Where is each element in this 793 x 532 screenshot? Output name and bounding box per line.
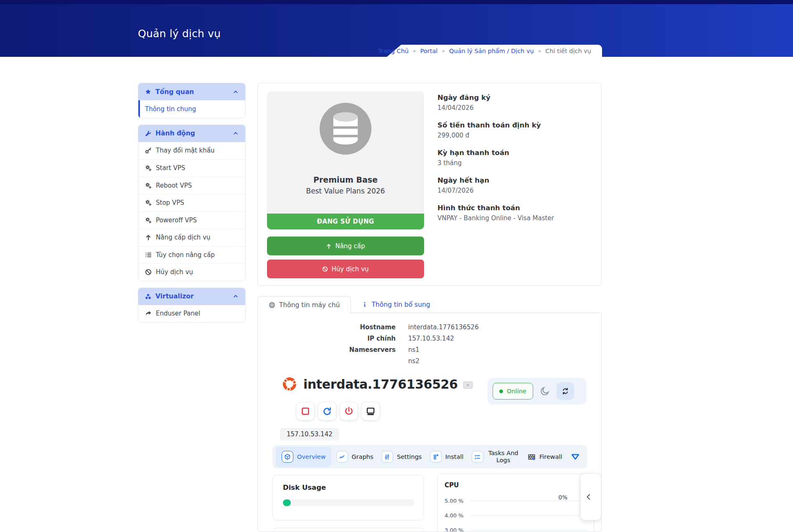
- sidebar-item-label: Enduser Panel: [156, 310, 200, 317]
- sidebar-item-upgrade-service[interactable]: Nâng cấp dịch vụ: [138, 229, 245, 246]
- sidebar: Tổng quan Thông tin chung Hành động Thay…: [138, 83, 246, 329]
- nameserver-2: ns2: [408, 357, 601, 366]
- console-button[interactable]: [362, 402, 379, 420]
- moon-icon[interactable]: [540, 386, 550, 396]
- chevron-down-icon: [570, 452, 580, 462]
- sidebar-item-label: Poweroff VPS: [156, 216, 197, 224]
- cancel-service-button[interactable]: Hủy dịch vụ: [267, 260, 424, 278]
- vm-header: interdata.1776136526 ✕: [281, 376, 473, 392]
- breadcrumb-home-link[interactable]: Trang Chủ: [378, 48, 409, 54]
- table-row-nameservers: Nameservers ns1: [258, 346, 601, 354]
- sidebar-item-general-info[interactable]: Thông tin chung: [138, 100, 245, 118]
- refresh-button[interactable]: [557, 382, 574, 400]
- sidebar-item-reboot-vps[interactable]: Reboot VPS: [138, 177, 245, 194]
- service-management-page: Quản lý dịch vụ Trang Chủ » Portal » Quả…: [0, 0, 793, 532]
- collapse-panel-toggle[interactable]: [580, 473, 601, 520]
- vm-tab-label: Graphs: [352, 453, 374, 460]
- arrow-up-icon: [145, 234, 152, 241]
- sidebar-item-cancel-service[interactable]: Hủy dịch vụ: [138, 263, 245, 281]
- service-name: Premium Base: [267, 175, 424, 184]
- sidebar-item-label: Nâng cấp dịch vụ: [156, 234, 211, 241]
- vm-tab-overview[interactable]: Overview: [276, 447, 331, 467]
- sidebar-item-stop-vps[interactable]: Stop VPS: [138, 194, 245, 211]
- stop-vm-button[interactable]: [297, 402, 314, 420]
- chevron-up-icon: [233, 293, 239, 299]
- detail-value: VNPAY - Banking Online - Visa Master: [437, 214, 596, 223]
- sidebar-group-virtualizor: Virtualizor Enduser Panel: [138, 288, 246, 323]
- upgrade-button[interactable]: Nâng cấp: [267, 237, 424, 255]
- vm-hostname: interdata.1776136526: [303, 377, 458, 392]
- row-label: Nameservers: [258, 346, 396, 354]
- arrow-up-icon: [326, 243, 332, 249]
- server-info-panel: Hostname interdata.1776136526 IP chính 1…: [257, 313, 602, 532]
- tab-extra-info[interactable]: Thông tin bổ sung: [351, 296, 441, 313]
- table-row-hostname: Hostname interdata.1776136526: [258, 323, 601, 332]
- more-tabs-button[interactable]: [567, 447, 584, 467]
- cancel-button-label: Hủy dịch vụ: [331, 265, 369, 273]
- sidebar-item-poweroff-vps[interactable]: Poweroff VPS: [138, 211, 245, 229]
- cpu-gridline-row: 5.00 %: [445, 498, 587, 504]
- sidebar-item-change-password[interactable]: Thay đổi mật khẩu: [138, 142, 245, 160]
- breadcrumb-products-link[interactable]: Quản lý Sản phẩm / Dịch vụ: [449, 48, 534, 54]
- ip-address-tag: 157.10.53.142: [280, 428, 339, 440]
- firewall-icon: [528, 453, 536, 461]
- tab-server-info[interactable]: Thông tin máy chủ: [257, 296, 351, 313]
- service-plan-group: Best Value Plans 2026: [267, 187, 424, 195]
- cpu-gridline: [470, 501, 587, 501]
- sidebar-item-label: Reboot VPS: [156, 182, 192, 189]
- sidebar-item-enduser-panel[interactable]: Enduser Panel: [138, 305, 245, 323]
- sidebar-item-label: Thay đổi mật khẩu: [156, 147, 215, 154]
- disk-usage-card: Disk Usage: [272, 475, 424, 520]
- sidebar-item-upgrade-options[interactable]: Tùy chọn nâng cấp: [138, 246, 245, 264]
- wrench-icon: [145, 130, 151, 137]
- star-icon: [145, 89, 151, 95]
- row-value: interdata.1776136526: [408, 323, 479, 332]
- vm-tab-label: Overview: [297, 453, 325, 460]
- sidebar-group-title: Hành động: [155, 130, 195, 137]
- sidebar-group-actions: Hành động Thay đổi mật khẩu Start VPS Re…: [138, 125, 246, 281]
- partial-widget-card: [272, 528, 424, 532]
- sidebar-item-label: Stop VPS: [156, 199, 184, 206]
- breadcrumb-portal-link[interactable]: Portal: [420, 48, 438, 54]
- cpu-tick-label: 5.00 %: [445, 498, 470, 504]
- vm-tab-tasks-and-logs[interactable]: Tasks And Logs: [468, 447, 523, 467]
- sidebar-item-label: Hủy dịch vụ: [156, 268, 193, 276]
- breadcrumb-separator: »: [413, 48, 416, 54]
- detail-label: Số tiền thanh toán định kỳ: [437, 120, 596, 131]
- cubes-icon: [145, 293, 151, 300]
- ban-icon: [145, 269, 152, 275]
- restart-vm-button[interactable]: [318, 402, 336, 420]
- monitor-icon: [366, 407, 375, 416]
- refresh-icon: [562, 387, 569, 395]
- sliders-icon: [381, 451, 393, 463]
- detail-label: Ngày đăng ký: [437, 92, 596, 103]
- detail-value: 14/07/2026: [437, 186, 596, 195]
- sidebar-item-start-vps[interactable]: Start VPS: [138, 159, 245, 177]
- service-details: Ngày đăng ký 14/04/2026 Số tiền thanh to…: [437, 92, 596, 230]
- ban-icon: [322, 266, 328, 272]
- detail-value: 299,000 đ: [437, 131, 596, 140]
- list-icon: [145, 252, 152, 258]
- service-avatar: [320, 103, 371, 155]
- vm-tab-firewall[interactable]: Firewall: [524, 447, 566, 467]
- detail-registration-date: Ngày đăng ký 14/04/2026: [437, 92, 596, 112]
- detail-value: 14/04/2026: [437, 103, 596, 112]
- page-title: Quản lý dịch vụ: [138, 28, 221, 40]
- sidebar-item-label: Start VPS: [156, 164, 185, 172]
- detail-expiry-date: Ngày hết hạn 14/07/2026: [437, 175, 596, 195]
- sidebar-group-header-overview[interactable]: Tổng quan: [138, 83, 245, 100]
- poweroff-vm-button[interactable]: [340, 402, 358, 420]
- vm-tab-graphs[interactable]: Graphs: [333, 447, 377, 467]
- sidebar-group-header-actions[interactable]: Hành động: [138, 125, 245, 142]
- chevron-up-icon: [233, 89, 239, 95]
- vm-tab-label: Install: [445, 453, 464, 460]
- vm-tab-settings[interactable]: Settings: [378, 447, 425, 467]
- sidebar-group-header-virtualizor[interactable]: Virtualizor: [138, 288, 245, 305]
- top-navbar-strip: [0, 0, 793, 4]
- flag-placeholder-icon: ✕: [463, 382, 473, 389]
- vm-tab-install[interactable]: Install: [427, 447, 467, 467]
- service-card: Premium Base Best Value Plans 2026: [267, 92, 424, 214]
- cpu-chart-card: CPU 0% 5.00 % 4.00 % 3.00 %: [437, 473, 594, 532]
- status-badge: Online: [493, 383, 533, 400]
- cpu-tick-label: 3.00 %: [445, 527, 470, 532]
